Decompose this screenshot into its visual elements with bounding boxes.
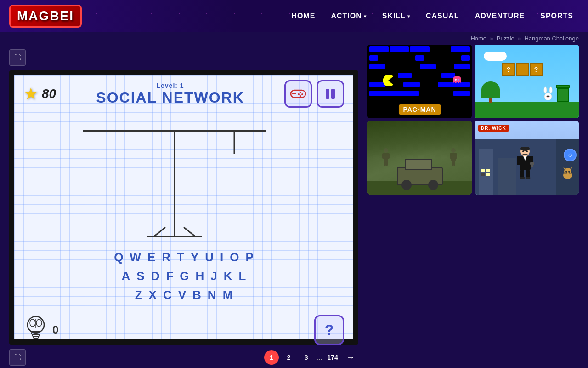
key-j[interactable]: J (210, 269, 217, 283)
score-display: 80 (42, 86, 56, 101)
key-l[interactable]: L (239, 269, 246, 283)
pacman-logo: PAC-MAN (398, 104, 441, 115)
svg-rect-53 (531, 164, 533, 167)
nav-casual[interactable]: CASUAL (420, 8, 465, 24)
svg-point-32 (547, 96, 548, 97)
key-k[interactable]: K (224, 269, 232, 283)
svg-point-30 (544, 87, 547, 93)
key-w[interactable]: W (130, 250, 141, 264)
page-1[interactable]: 1 (264, 350, 279, 365)
svg-line-14 (154, 227, 165, 236)
svg-rect-50 (517, 156, 520, 165)
svg-marker-62 (563, 167, 566, 170)
nav-adventure[interactable]: ADVENTURE (469, 8, 531, 24)
page-next-button[interactable]: → (343, 351, 358, 364)
key-f[interactable]: F (166, 269, 173, 283)
lightbulb-icon (23, 314, 49, 346)
hint-area: 0 (23, 314, 58, 346)
svg-rect-8 (331, 89, 335, 99)
cat-character (561, 167, 574, 180)
key-z[interactable]: Z (135, 288, 142, 302)
svg-point-56 (520, 177, 525, 179)
game-inner: ★ 80 Level: 1 SOCIAL NETWORK (13, 74, 355, 341)
svg-point-33 (548, 96, 550, 97)
keyboard: Q W E R T Y U I O P A S D (14, 250, 353, 311)
svg-rect-46 (453, 161, 455, 166)
fullscreen-button-2[interactable]: ⛶ (9, 349, 26, 366)
game-controls (284, 80, 344, 108)
key-u[interactable]: U (205, 250, 214, 264)
nav-links: HOME ACTION ▾ SKILL ▾ CASUAL ADVENTURE S… (286, 8, 579, 24)
key-s[interactable]: S (136, 269, 144, 283)
key-h[interactable]: H (196, 269, 204, 283)
svg-rect-45 (452, 161, 453, 166)
svg-point-6 (300, 95, 301, 97)
svg-point-64 (565, 171, 567, 172)
nav-action[interactable]: ACTION ▾ (325, 8, 372, 24)
game-thumb-mario[interactable]: ? ? (475, 45, 579, 118)
rabbit-character (543, 86, 554, 100)
breadcrumb-current: Hangman Challenge (524, 35, 579, 42)
key-d[interactable]: D (151, 269, 160, 283)
level-text: Level: 1 (96, 82, 244, 89)
svg-point-58 (522, 150, 524, 152)
svg-point-65 (568, 171, 570, 172)
svg-rect-40 (386, 161, 388, 166)
key-v[interactable]: V (178, 288, 186, 302)
pagination-top: ⛶ (9, 45, 358, 70)
breadcrumb-puzzle[interactable]: Puzzle (497, 35, 514, 42)
svg-marker-63 (570, 167, 572, 170)
bottom-row: 0 ? (14, 311, 353, 351)
page-2[interactable]: 2 (282, 350, 296, 365)
svg-point-31 (549, 87, 552, 93)
key-t[interactable]: T (177, 250, 184, 264)
breadcrumb-home[interactable]: Home (470, 35, 486, 42)
hangman-drawing (69, 117, 299, 246)
key-b[interactable]: B (192, 288, 201, 302)
page-3[interactable]: 3 (299, 350, 314, 365)
svg-rect-22 (34, 336, 38, 338)
key-r[interactable]: R (162, 250, 170, 264)
star-icon: ★ (23, 84, 38, 104)
key-c[interactable]: C (163, 288, 172, 302)
pause-button[interactable] (317, 80, 344, 108)
key-m[interactable]: M (223, 288, 233, 302)
key-p[interactable]: P (246, 250, 254, 264)
svg-point-5 (298, 93, 300, 95)
page-174[interactable]: 174 (325, 350, 340, 365)
key-a[interactable]: A (122, 269, 130, 283)
hangman-area (14, 112, 353, 250)
key-i[interactable]: I (220, 250, 223, 264)
key-y[interactable]: Y (191, 250, 198, 264)
key-q[interactable]: Q (114, 250, 123, 264)
key-n[interactable]: N (208, 288, 216, 302)
game-container: ★ 80 Level: 1 SOCIAL NETWORK (9, 70, 358, 345)
fullscreen-button[interactable]: ⛶ (9, 49, 26, 66)
nav-home[interactable]: HOME (286, 8, 321, 24)
game-header: ★ 80 Level: 1 SOCIAL NETWORK (14, 75, 353, 112)
key-g[interactable]: G (180, 269, 189, 283)
game-thumb-soldiers[interactable] (368, 121, 472, 195)
hint-count: 0 (52, 323, 58, 336)
keyboard-row-1: Q W E R T Y U I O P (23, 250, 344, 264)
nav-sports[interactable]: SPORTS (535, 8, 579, 24)
nav-skill[interactable]: SKILL ▾ (377, 8, 416, 24)
breadcrumb: Home » Puzzle » Hangman Challenge (0, 32, 588, 45)
pacman-character (381, 74, 395, 87)
key-x[interactable]: X (149, 288, 157, 302)
game-thumb-drwick[interactable]: DR. WICK (475, 121, 579, 195)
key-o[interactable]: O (230, 250, 239, 264)
gamepad-icon (290, 88, 306, 99)
navbar: MAGBEI HOME ACTION ▾ SKILL ▾ CASUAL ADVE… (0, 0, 588, 32)
ghost-character (452, 74, 463, 85)
game-thumb-pacman[interactable]: PAC-MAN (368, 45, 472, 118)
svg-point-28 (458, 80, 459, 80)
svg-point-4 (301, 93, 303, 95)
gamepad-button[interactable] (284, 80, 312, 108)
site-logo[interactable]: MAGBEI (9, 5, 82, 28)
svg-point-34 (547, 97, 549, 98)
keyboard-row-2: A S D F G H J K L (23, 269, 344, 283)
help-button[interactable]: ? (314, 315, 344, 345)
pause-icon (323, 87, 337, 101)
key-e[interactable]: E (147, 250, 155, 264)
